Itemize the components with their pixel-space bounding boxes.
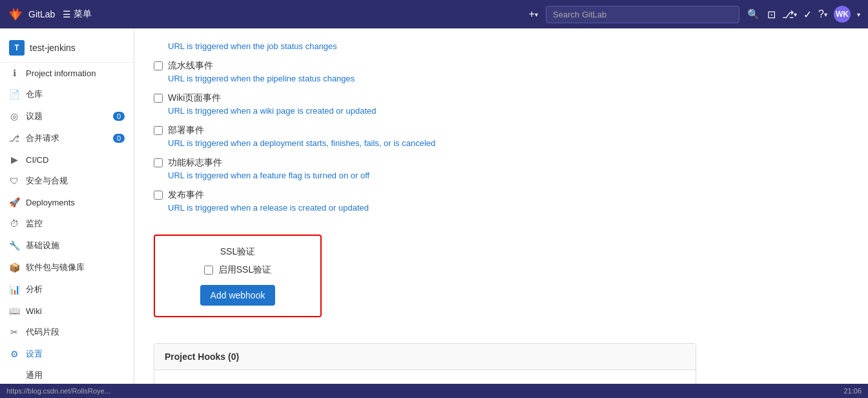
event-item-wiki: Wiki页面事件 URL is triggered when a wiki pa… xyxy=(154,92,696,116)
infrastructure-icon: 🔧 xyxy=(9,240,19,251)
release-desc: URL is triggered when a release is creat… xyxy=(168,203,696,213)
status-time: 21:06 xyxy=(843,387,862,395)
sidebar-item-infrastructure[interactable]: 🔧 基础设施 xyxy=(0,235,134,257)
event-item-feature-flag: 功能标志事件 URL is triggered when a feature f… xyxy=(154,157,696,180)
sidebar-item-project-info[interactable]: ℹ Project information xyxy=(0,63,134,83)
ssl-title: SSL验证 xyxy=(168,246,307,258)
help-chevron-icon: ▾ xyxy=(824,11,827,18)
ssl-label: 启用SSL验证 xyxy=(218,264,271,276)
issues-icon: ⊡ xyxy=(767,8,776,21)
sidebar-sub-item-general[interactable]: 通用 xyxy=(0,365,134,384)
sidebar-label-project-info: Project information xyxy=(26,68,96,78)
cicd-icon: ▶ xyxy=(9,154,19,165)
pipeline-checkbox[interactable] xyxy=(154,61,163,70)
search-input[interactable] xyxy=(546,6,739,23)
merge-requests-badge: 0 xyxy=(113,134,125,143)
menu-button[interactable]: ☰ 菜单 xyxy=(63,8,92,20)
plus-button[interactable]: + ▾ xyxy=(529,8,538,20)
event-item-deployment: 部署事件 URL is triggered when a deployment … xyxy=(154,125,696,148)
sidebar-item-deployments[interactable]: 🚀 Deployments xyxy=(0,192,134,213)
event-job-desc: URL is triggered when the job status cha… xyxy=(168,41,696,51)
add-webhook-button[interactable]: Add webhook xyxy=(200,285,276,306)
deployment-checkbox[interactable] xyxy=(154,126,163,135)
sidebar-item-wiki[interactable]: 📖 Wiki xyxy=(0,300,134,321)
sidebar-item-merge-requests[interactable]: ⎇ 合并请求 0 xyxy=(0,127,134,149)
feature-flag-label: 功能标志事件 xyxy=(168,157,222,169)
sidebar-item-monitor[interactable]: ⏱ 监控 xyxy=(0,213,134,235)
sidebar-label-analytics: 分析 xyxy=(26,284,43,295)
ssl-section: SSL验证 启用SSL验证 Add webhook xyxy=(154,235,322,317)
main-content: URL is triggered when the job status cha… xyxy=(134,28,868,384)
pipeline-label: 流水线事件 xyxy=(168,60,213,72)
deployment-desc: URL is triggered when a deployment start… xyxy=(168,138,696,148)
merge-requests-icon: ⎇ xyxy=(9,133,19,143)
status-url: https://blog.csdn.net/RollsRoye... xyxy=(6,387,110,395)
search-icon: 🔍 xyxy=(747,8,760,20)
feature-flag-checkbox[interactable] xyxy=(154,158,163,167)
ssl-checkbox-row: 启用SSL验证 xyxy=(168,264,307,276)
sidebar-item-analytics[interactable]: 📊 分析 xyxy=(0,278,134,300)
sidebar-project[interactable]: T test-jenkins xyxy=(0,34,134,63)
sidebar-label-repository: 仓库 xyxy=(26,89,43,100)
ssl-checkbox[interactable] xyxy=(204,266,213,275)
event-release-row: 发布事件 xyxy=(154,189,696,201)
sidebar-label-security: 安全与合规 xyxy=(26,175,68,187)
sidebar-item-snippets[interactable]: ✂ 代码片段 xyxy=(0,321,134,343)
help-icon: ? xyxy=(818,8,824,20)
chevron-down-icon: ▾ xyxy=(535,11,538,18)
help-button[interactable]: ? ▾ xyxy=(818,8,827,20)
sidebar-label-monitor: 监控 xyxy=(26,218,43,229)
release-checkbox[interactable] xyxy=(154,191,163,200)
project-name: test-jenkins xyxy=(30,43,76,53)
pipeline-desc: URL is triggered when the pipeline statu… xyxy=(168,74,696,83)
sidebar-item-repository[interactable]: 📄 仓库 xyxy=(0,83,134,105)
avatar-chevron-icon: ▾ xyxy=(857,11,860,18)
main-layout: T test-jenkins ℹ Project information 📄 仓… xyxy=(0,28,868,384)
analytics-icon: 📊 xyxy=(9,284,19,295)
repository-icon: 📄 xyxy=(9,89,19,100)
event-item-job: URL is triggered when the job status cha… xyxy=(154,41,696,51)
security-icon: 🛡 xyxy=(9,176,19,186)
wiki-label: Wiki页面事件 xyxy=(168,92,221,104)
sidebar-label-snippets: 代码片段 xyxy=(26,326,59,338)
feature-flag-desc: URL is triggered when a feature flag is … xyxy=(168,171,696,180)
chevron-icon: ▾ xyxy=(794,11,797,18)
merge-requests-button[interactable]: ⎇ ▾ xyxy=(782,8,797,21)
todo-button[interactable]: ✓ xyxy=(803,8,812,21)
wiki-checkbox[interactable] xyxy=(154,94,163,103)
sidebar-item-packages[interactable]: 📦 软件包与镜像库 xyxy=(0,257,134,278)
user-avatar[interactable]: WK xyxy=(834,6,851,23)
event-deployment-row: 部署事件 xyxy=(154,125,696,136)
issues-icon-button[interactable]: ⊡ xyxy=(767,8,776,21)
project-hooks-section: Project Hooks (0) 没有找到Webhook，请通过上面表单添加。 xyxy=(154,343,696,384)
event-item-pipeline: 流水线事件 URL is triggered when the pipeline… xyxy=(154,60,696,83)
settings-icon: ⚙ xyxy=(9,349,19,359)
sidebar-item-settings[interactable]: ⚙ 设置 xyxy=(0,343,134,365)
wiki-icon: 📖 xyxy=(9,306,19,316)
event-feature-flag-row: 功能标志事件 xyxy=(154,157,696,169)
top-navigation: GitLab ☰ 菜单 + ▾ 🔍 ⊡ ⎇ ▾ ✓ ? ▾ WK ▾ xyxy=(0,0,868,28)
event-item-release: 发布事件 URL is triggered when a release is … xyxy=(154,189,696,213)
info-icon: ℹ xyxy=(9,68,19,78)
status-bar: https://blog.csdn.net/RollsRoye... 21:06 xyxy=(0,384,868,398)
project-avatar: T xyxy=(9,40,25,56)
sidebar-label-packages: 软件包与镜像库 xyxy=(26,262,85,273)
hamburger-icon: ☰ xyxy=(63,9,71,19)
search-button[interactable]: 🔍 xyxy=(747,8,760,20)
merge-icon: ⎇ xyxy=(782,8,794,21)
sidebar-label-cicd: CI/CD xyxy=(26,155,48,165)
content-inner: URL is triggered when the job status cha… xyxy=(134,28,716,384)
gitlab-logo[interactable]: GitLab xyxy=(8,6,55,22)
sidebar-label-issues: 议题 xyxy=(26,110,43,122)
wiki-desc: URL is triggered when a wiki page is cre… xyxy=(168,106,696,116)
sidebar-item-security[interactable]: 🛡 安全与合规 xyxy=(0,170,134,192)
issues-badge: 0 xyxy=(113,112,125,121)
sidebar-label-wiki: Wiki xyxy=(26,306,42,316)
sidebar-item-cicd[interactable]: ▶ CI/CD xyxy=(0,149,134,170)
sidebar-item-issues[interactable]: ◎ 议题 0 xyxy=(0,105,134,127)
issues-icon: ◎ xyxy=(9,111,19,121)
sidebar-label-deployments: Deployments xyxy=(26,198,75,207)
snippets-icon: ✂ xyxy=(9,327,19,337)
avatar-chevron[interactable]: ▾ xyxy=(857,11,860,18)
sidebar-label-settings: 设置 xyxy=(26,348,43,360)
